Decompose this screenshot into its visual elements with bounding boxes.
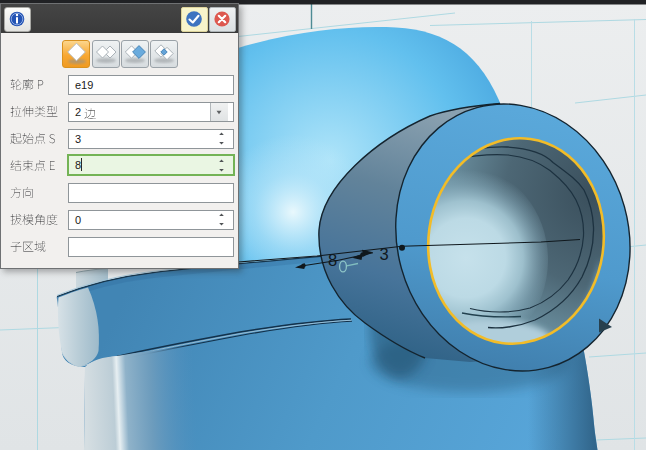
- svg-text:3: 3: [380, 245, 389, 263]
- svg-text:8: 8: [328, 251, 337, 269]
